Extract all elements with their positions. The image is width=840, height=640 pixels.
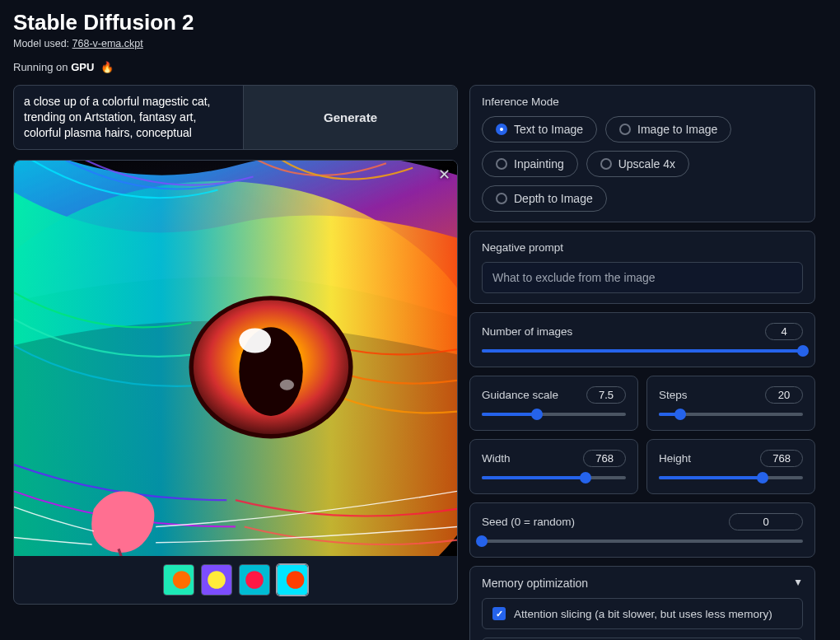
seed-label: Seed (0 = random) (482, 516, 575, 528)
height-panel: Height 768 (646, 439, 815, 494)
guidance-slider[interactable] (482, 409, 626, 420)
width-slider[interactable] (482, 472, 626, 484)
width-label: Width (482, 452, 511, 465)
prompt-input[interactable]: a close up of a colorful magestic cat, t… (14, 86, 243, 149)
num-images-slider[interactable] (482, 345, 803, 357)
steps-value: 20 (765, 386, 803, 404)
prompt-panel: a close up of a colorful magestic cat, t… (13, 85, 458, 150)
width-panel: Width 768 (469, 439, 638, 494)
negative-prompt-label: Negative prompt (482, 241, 803, 254)
radio-depth-to-image[interactable]: Depth to Image (482, 185, 607, 212)
radio-upscale-4x[interactable]: Upscale 4x (586, 151, 689, 177)
svg-point-10 (208, 571, 226, 589)
seed-panel: Seed (0 = random) 0 (469, 502, 815, 558)
thumbnail[interactable] (163, 564, 194, 596)
radio-dot-icon (496, 124, 507, 135)
negative-prompt-input[interactable] (482, 262, 803, 293)
inference-mode-label: Inference Mode (482, 96, 803, 108)
thumbnail[interactable] (239, 564, 270, 596)
close-icon[interactable]: ✕ (438, 166, 450, 184)
steps-panel: Steps 20 (646, 376, 815, 431)
seed-value: 0 (729, 513, 803, 530)
steps-slider[interactable] (659, 409, 803, 420)
inference-mode-panel: Inference Mode Text to Image Image to Im… (469, 85, 815, 222)
radio-image-to-image[interactable]: Image to Image (605, 116, 731, 142)
radio-dot-icon (496, 193, 507, 204)
thumbnail[interactable] (201, 564, 232, 596)
attention-slicing-checkbox[interactable]: ✓ Attention slicing (a bit slower, but u… (482, 598, 803, 629)
height-slider[interactable] (659, 472, 803, 484)
inference-mode-group: Text to Image Image to Image Inpainting … (482, 116, 803, 212)
header: Stable Diffusion 2 Model used: 768-v-ema… (13, 10, 827, 73)
negative-prompt-panel: Negative prompt (469, 231, 815, 304)
radio-dot-icon (619, 124, 631, 135)
steps-label: Steps (659, 389, 688, 401)
num-images-value: 4 (765, 323, 803, 340)
width-value: 768 (583, 450, 626, 467)
output-image-panel: ✕ (13, 160, 458, 605)
radio-text-to-image[interactable]: Text to Image (482, 116, 597, 142)
memory-accordion-header[interactable]: Memory optimization ▲ (482, 577, 803, 590)
thumbnail-strip (14, 556, 457, 604)
guidance-panel: Guidance scale 7.5 (469, 376, 638, 431)
svg-point-14 (287, 571, 305, 589)
generate-button[interactable]: Generate (243, 86, 457, 149)
model-link[interactable]: 768-v-ema.ckpt (72, 38, 143, 49)
model-used-line: Model used: 768-v-ema.ckpt (13, 38, 827, 49)
radio-inpainting[interactable]: Inpainting (482, 151, 578, 177)
svg-point-4 (239, 328, 271, 353)
memory-label: Memory optimization (482, 577, 588, 590)
svg-point-12 (245, 571, 264, 589)
guidance-value: 7.5 (586, 386, 626, 404)
svg-point-5 (280, 379, 294, 390)
svg-point-8 (173, 571, 191, 589)
guidance-label: Guidance scale (482, 389, 558, 401)
radio-dot-icon (600, 158, 612, 170)
seed-slider[interactable] (482, 535, 803, 547)
thumbnail[interactable] (277, 564, 308, 596)
output-image[interactable] (14, 161, 457, 556)
num-images-panel: Number of images 4 (469, 312, 815, 367)
fire-icon: 🔥 (100, 61, 114, 73)
chevron-down-icon: ▲ (793, 577, 803, 589)
running-on-line: Running on GPU 🔥 (13, 61, 827, 73)
device-label: GPU (71, 61, 94, 73)
radio-dot-icon (496, 158, 507, 170)
memory-panel: Memory optimization ▲ ✓ Attention slicin… (469, 566, 815, 640)
height-label: Height (659, 452, 691, 465)
height-value: 768 (760, 450, 803, 467)
page-title: Stable Diffusion 2 (13, 10, 827, 35)
checkbox-checked-icon: ✓ (492, 607, 506, 620)
num-images-label: Number of images (482, 325, 572, 338)
